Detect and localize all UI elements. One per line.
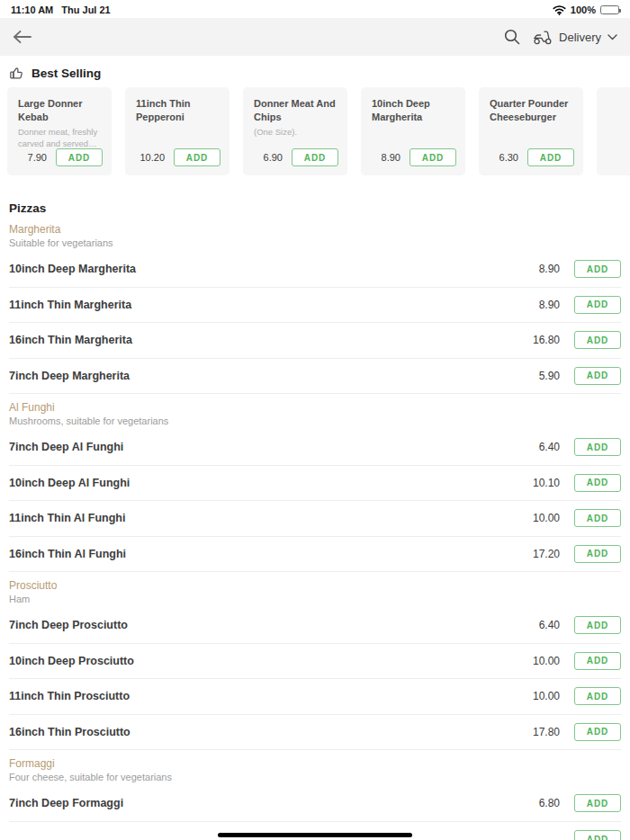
category-title: Pizzas: [9, 201, 621, 216]
section-rows: 7inch Deep Al Funghi 6.40 ADD 10inch Dee…: [9, 430, 621, 572]
menu-item-price: 10.00: [533, 512, 560, 524]
menu-item-price: 6.40: [539, 619, 560, 631]
menu-item-name: 10inch Deep Prosciutto: [9, 655, 134, 667]
menu-item-row[interactable]: 10inch Deep Margherita 8.90 ADD: [9, 252, 621, 288]
section-rows: 10inch Deep Margherita 8.90 ADD 11inch T…: [9, 252, 621, 394]
section-name: Formaggi: [9, 757, 621, 770]
menu-item-row[interactable]: 11inch Thin Margherita 8.90 ADD: [9, 288, 621, 324]
clock-date: Thu Jul 21: [61, 4, 110, 15]
menu-item-price: 10.10: [533, 477, 560, 489]
section-name: Margherita: [9, 223, 621, 236]
menu-item-name: 7inch Deep Formaggi: [9, 797, 123, 809]
section-name: Prosciutto: [9, 579, 621, 592]
menu-item-row[interactable]: 11inch Thin Prosciutto 10.00 ADD: [9, 679, 621, 715]
best-selling-card-row: Large Donner Kebab Donner meat, freshly …: [0, 87, 630, 175]
back-button[interactable]: [13, 30, 32, 44]
delivery-scooter-icon: [533, 30, 553, 45]
best-selling-header: Best Selling: [9, 65, 630, 81]
menu-item-name: 11inch Thin Margherita: [9, 299, 131, 311]
delivery-selector[interactable]: Delivery: [533, 30, 617, 45]
menu-section: Margherita Suitable for vegetarians 10in…: [9, 223, 621, 394]
section-description: Suitable for vegetarians: [9, 237, 621, 249]
add-button[interactable]: ADD: [574, 296, 621, 314]
add-button[interactable]: ADD: [292, 148, 338, 166]
add-button[interactable]: ADD: [574, 687, 621, 705]
menu-item-price: 10.00: [533, 655, 560, 667]
menu-item-name: 11inch Thin Prosciutto: [9, 690, 130, 702]
add-button[interactable]: ADD: [410, 148, 456, 166]
menu-item-name: 10inch Deep Al Funghi: [9, 477, 130, 489]
add-button[interactable]: ADD: [574, 367, 621, 385]
add-button[interactable]: ADD: [574, 794, 621, 812]
add-button[interactable]: ADD: [574, 652, 621, 670]
menu-section: Al Funghi Mushrooms, suitable for vegeta…: [9, 401, 621, 572]
add-button[interactable]: ADD: [574, 474, 621, 492]
menu-item-row[interactable]: 7inch Deep Formaggi 6.80 ADD: [9, 786, 621, 822]
product-name: 10inch Deep Margherita: [372, 97, 454, 123]
menu-item-name: 10inch Deep Margherita: [9, 263, 136, 275]
menu-item-price: 6.80: [539, 797, 560, 809]
section-description: Four cheese, suitable for vegetarians: [9, 772, 621, 783]
product-name: Donner Meat And Chips: [254, 97, 337, 123]
menu-item-row[interactable]: 7inch Deep Prosciutto 6.40 ADD: [9, 608, 621, 644]
product-price: 8.90: [382, 152, 400, 163]
home-indicator[interactable]: [218, 833, 412, 837]
product-description: Donner meat, freshly carved and served w…: [18, 127, 101, 150]
best-selling-title: Best Selling: [32, 67, 101, 80]
menu-item-name: 16inch Thin Al Funghi: [9, 548, 126, 560]
add-button[interactable]: ADD: [174, 148, 220, 166]
menu-item-name: 11inch Thin Al Funghi: [9, 512, 125, 524]
section-rows: 7inch Deep Prosciutto 6.40 ADD 10inch De…: [9, 608, 621, 750]
menu-section: Prosciutto Ham 7inch Deep Prosciutto 6.4…: [9, 579, 621, 750]
add-button[interactable]: ADD: [574, 260, 621, 278]
menu-item-price: 17.80: [533, 726, 560, 738]
add-button[interactable]: ADD: [527, 148, 574, 166]
add-button[interactable]: ADD: [574, 545, 621, 563]
product-card[interactable]: 10inch Deep Margherita 8.90 ADD: [361, 87, 465, 175]
menu-item-row[interactable]: 10inch Deep Al Funghi 10.10 ADD: [9, 466, 621, 502]
menu-item-row[interactable]: 7inch Deep Al Funghi 6.40 ADD: [9, 430, 621, 466]
wifi-icon: [553, 5, 566, 15]
menu-section: Formaggi Four cheese, suitable for veget…: [9, 757, 621, 822]
section-name: Al Funghi: [9, 401, 621, 414]
product-card[interactable]: Donner Meat And Chips (One Size). 6.90 A…: [243, 87, 347, 175]
add-button[interactable]: ADD: [574, 438, 621, 456]
search-icon[interactable]: [504, 29, 520, 45]
menu-item-price: 6.40: [539, 441, 560, 453]
product-card[interactable]: Quarter Pounder Cheeseburger 6.30 ADD: [479, 87, 583, 175]
menu: Pizzas Margherita Suitable for vegetaria…: [0, 201, 630, 840]
menu-item-name: 7inch Deep Margherita: [9, 370, 130, 382]
product-name: Large Donner Kebab: [18, 97, 101, 123]
menu-item-price: 16.80: [533, 334, 560, 346]
product-card[interactable]: 11inch Thin Pepperoni 10.20 ADD: [125, 87, 230, 175]
menu-item-name: 16inch Thin Prosciutto: [9, 726, 130, 738]
product-name: 11inch Thin Pepperoni: [136, 97, 219, 123]
menu-item-row[interactable]: 11inch Thin Al Funghi 10.00 ADD: [9, 501, 621, 537]
chevron-down-icon: [608, 34, 617, 40]
product-price: 7.90: [28, 152, 47, 163]
product-price: 6.90: [264, 152, 283, 163]
product-card-partial[interactable]: [597, 87, 630, 175]
add-button[interactable]: ADD: [574, 331, 621, 349]
product-description: (One Size).: [254, 127, 337, 139]
menu-item-row[interactable]: 10inch Deep Prosciutto 10.00 ADD: [9, 644, 621, 680]
menu-item-price: 10.00: [533, 690, 560, 702]
delivery-label: Delivery: [559, 31, 601, 44]
menu-item-price: 8.90: [539, 263, 560, 275]
add-button[interactable]: ADD: [574, 830, 621, 840]
status-bar: 11:10 AM Thu Jul 21 100%: [0, 0, 630, 18]
menu-item-price: 5.90: [539, 370, 560, 382]
menu-item-row[interactable]: 7inch Deep Margherita 5.90 ADD: [9, 359, 621, 395]
add-button[interactable]: ADD: [574, 509, 621, 527]
menu-item-name: 7inch Deep Prosciutto: [9, 619, 128, 631]
menu-item-row[interactable]: 16inch Thin Margherita 16.80 ADD: [9, 323, 621, 359]
add-button[interactable]: ADD: [574, 723, 621, 741]
add-button[interactable]: ADD: [574, 616, 621, 634]
add-button[interactable]: ADD: [56, 148, 103, 166]
menu-item-row[interactable]: 16inch Thin Al Funghi 17.20 ADD: [9, 537, 621, 573]
section-description: Mushrooms, suitable for vegetarians: [9, 416, 621, 427]
product-card[interactable]: Large Donner Kebab Donner meat, freshly …: [7, 87, 112, 175]
thumbs-up-icon: [9, 66, 24, 81]
menu-item-row[interactable]: 16inch Thin Prosciutto 17.80 ADD: [9, 715, 621, 751]
battery-percent: 100%: [571, 4, 596, 15]
